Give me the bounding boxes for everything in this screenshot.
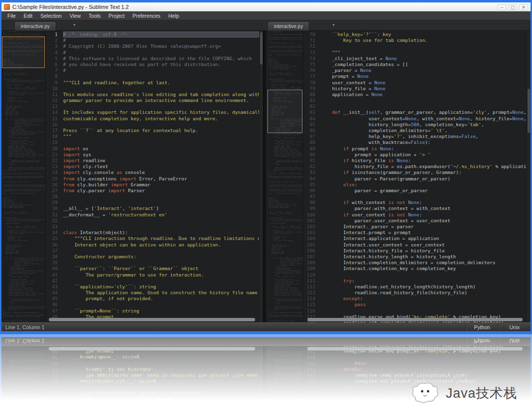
- code-line: [63, 200, 259, 206]
- code-line: [63, 73, 259, 79]
- line-number: 80: [303, 92, 315, 98]
- code-line: [63, 194, 259, 200]
- caret-position: Line 1, Column 1: [1, 324, 44, 330]
- horizontal-scrollbar[interactable]: [307, 318, 523, 321]
- line-number: 79: [303, 86, 315, 92]
- minimap-code: # -*- coding: utf-8 -*- # # Copyright (C…: [1, 31, 45, 322]
- chevron-down-icon[interactable]: ▾: [73, 23, 75, 27]
- horizontal-scrollbar[interactable]: [49, 318, 255, 321]
- titlebar[interactable]: C:\Sample Files\interactive.py - Sublime…: [1, 2, 531, 11]
- line-number: 13: [46, 104, 58, 109]
- line-number: 17: [46, 128, 58, 134]
- line-number: 114: [303, 296, 315, 302]
- code-line: #: [63, 68, 259, 73]
- vertical-scrollbar[interactable]: [527, 31, 531, 322]
- tab-interactive-py-right[interactable]: interactive.py: [267, 21, 309, 31]
- maximize-button[interactable]: ▢: [508, 4, 517, 10]
- code-line: try:: [321, 278, 527, 284]
- menubar: FileEditSelectionViewToolsProjectPrefere…: [1, 11, 531, 20]
- line-number: 37: [46, 248, 58, 254]
- code-line: parser.with_context = with_context: [321, 206, 527, 211]
- code-line: user_context = None: [321, 80, 527, 86]
- line-number: 88: [303, 139, 315, 145]
- line-number: 41: [46, 272, 58, 278]
- line-number: 39: [46, 260, 58, 266]
- menu-item-edit[interactable]: Edit: [20, 11, 36, 20]
- line-number: 23: [46, 164, 58, 170]
- code-line: history_file = None: [321, 86, 527, 92]
- code-line: The application name. Used to construct …: [63, 290, 259, 296]
- line-number: 40: [46, 266, 58, 272]
- code-view[interactable]: # -*- coding: utf-8 -*-## Copyright (C) …: [61, 31, 259, 322]
- code-line: __all__ = ['Interact', 'interact']: [63, 206, 259, 211]
- code-line: import cly.console as console: [63, 170, 259, 175]
- close-button[interactable]: ✕: [519, 4, 528, 10]
- line-number-gutter: 1234567891011121314151617181920212223242…: [46, 31, 61, 322]
- scrollbar-thumb[interactable]: [528, 89, 530, 133]
- line-number: 77: [303, 73, 315, 79]
- line-number: 82: [303, 104, 315, 109]
- line-number: 113: [303, 290, 315, 296]
- line-number: 7: [46, 68, 58, 73]
- line-number: 72: [303, 43, 315, 49]
- code-line: Interact.history_file = history_file: [321, 248, 527, 254]
- code-line: application = None: [321, 92, 527, 98]
- line-endings-indicator[interactable]: Unix: [498, 323, 531, 331]
- line-number: 101: [303, 218, 315, 224]
- code-line: prompt = application + '> ': [321, 152, 527, 158]
- minimap[interactable]: # -*- coding: utf-8 -*- # # Copyright (C…: [1, 31, 46, 322]
- line-number: 38: [46, 254, 58, 260]
- code-line: parser = Parser(grammar_or_parser): [321, 176, 527, 182]
- line-number: 93: [303, 170, 315, 175]
- code-line: # This software is licensed as described…: [63, 56, 259, 62]
- code-line: Interact.history_length = history_length: [321, 254, 527, 260]
- editor-pane-left: # -*- coding: utf-8 -*- # # Copyright (C…: [1, 31, 263, 322]
- line-number: 103: [303, 230, 315, 236]
- minimize-button[interactable]: –: [498, 4, 506, 10]
- code-line: [321, 43, 527, 49]
- minimap[interactable]: # -*- coding: utf-8 -*- # # Copyright (C…: [267, 31, 303, 322]
- tabbar: interactive.py ▾ interactive.py ▾: [1, 20, 531, 31]
- tab-interactive-py-left[interactable]: interactive.py: [14, 21, 56, 31]
- code-line: parser.user_context = user_context: [321, 218, 527, 224]
- menu-item-tools[interactable]: Tools: [85, 11, 105, 20]
- code-line: except:: [321, 296, 527, 302]
- menu-item-project[interactable]: Project: [104, 11, 129, 20]
- code-line: [321, 98, 527, 104]
- minimap-viewport[interactable]: [2, 36, 45, 68]
- code-line: [321, 104, 527, 109]
- code-line: import sys: [63, 152, 259, 158]
- code-line: [63, 86, 259, 92]
- code-line: prompt = None: [321, 73, 527, 79]
- vertical-scrollbar[interactable]: [259, 31, 263, 322]
- code-line: if history_file is None:: [321, 158, 527, 164]
- code-line: [63, 302, 259, 308]
- chevron-down-icon[interactable]: ▾: [332, 23, 334, 27]
- code-line: Key to use for tab completion.: [321, 37, 527, 43]
- menu-item-help[interactable]: Help: [165, 11, 183, 20]
- pane-divider[interactable]: [263, 31, 267, 322]
- code-line: _cli_inject_text = None: [321, 56, 527, 62]
- code-line: from cly.parser import Parser: [63, 188, 259, 194]
- line-number: 28: [46, 194, 58, 200]
- syntax-selector[interactable]: Python: [466, 323, 498, 331]
- line-number: 19: [46, 139, 58, 145]
- code-line: [63, 122, 259, 128]
- minimap-viewport[interactable]: [267, 90, 302, 133]
- code-line: ``parser``: ``Parser`` or ``Grammar`` ob…: [63, 266, 259, 272]
- menu-item-selection[interactable]: Selection: [36, 11, 66, 20]
- code-line: ``prompt=None``: string: [63, 308, 259, 314]
- line-number: 4: [46, 50, 58, 56]
- scrollbar-thumb[interactable]: [260, 32, 263, 65]
- code-line: _completion_candidates = []: [321, 62, 527, 68]
- menu-item-preferences[interactable]: Preferences: [129, 11, 165, 20]
- window-title: C:\Sample Files\interactive.py - Sublime…: [12, 4, 129, 10]
- line-number: 31: [46, 212, 58, 218]
- line-number: 34: [46, 230, 58, 236]
- code-line: _parser = None: [321, 68, 527, 73]
- code-view[interactable]: ``help_key='?'``: key Key to use for tab…: [318, 31, 527, 322]
- menu-item-view[interactable]: View: [66, 11, 85, 20]
- menu-item-file[interactable]: File: [3, 11, 20, 20]
- line-number: 25: [46, 176, 58, 182]
- line-number: 86: [303, 128, 315, 134]
